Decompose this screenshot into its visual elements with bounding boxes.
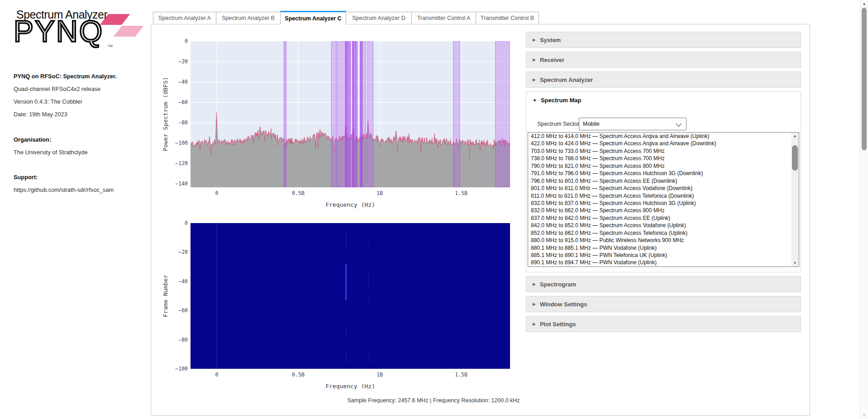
accordion-label: Receiver	[540, 57, 564, 63]
spectrum-map-entry[interactable]: 842.0 MHz to 852.0 MHz — Spectrum Access…	[528, 222, 799, 229]
spectrum-ytick--80: −80	[167, 119, 188, 126]
chevron-right-icon: ▶	[533, 77, 536, 82]
scroll-down-icon[interactable]: ▼	[791, 260, 799, 267]
sidebar-release: Quad-channel RFSoC4x2 release	[14, 86, 145, 92]
spectrogram-ytick--100: −100	[167, 366, 188, 372]
sidebar-title: PYNQ on RFSoC: Spectrum Analyzer.	[14, 73, 145, 80]
accordion-system-header[interactable]: ▶System	[526, 32, 801, 48]
scroll-up-icon[interactable]: ▲	[791, 133, 799, 139]
spectrum-map-entry[interactable]: 791.0 MHz to 796.0 MHz — Spectrum Access…	[528, 170, 799, 177]
spectrum-map-entry[interactable]: 880.0 MHz to 915.0 MHz — Public Wireless…	[528, 237, 799, 244]
spectrum-map-entry[interactable]: 738.0 MHz to 788.0 MHz — Spectrum Access…	[528, 155, 799, 162]
logo-text-pynq: PYNQ	[14, 16, 104, 46]
spectrum-map-entry[interactable]: 811.0 MHz to 821.0 MHz — Spectrum Access…	[528, 192, 799, 200]
spectrogram-xtick-0: 0	[203, 371, 230, 378]
spectrum-map-entry[interactable]: 412.0 MHz to 414.0 MHz — Spectrum Access…	[528, 133, 799, 140]
spectrum-map-listbox[interactable]: 412.0 MHz to 414.0 MHz — Spectrum Access…	[528, 132, 799, 267]
accordion-label: Spectrum Analyzer	[540, 76, 593, 83]
logo-chevron-light-icon	[114, 26, 144, 37]
spectrum-map-entry[interactable]: 796.0 MHz to 801.0 MHz — Spectrum Access…	[528, 177, 799, 185]
spectrum-map-rows: 412.0 MHz to 414.0 MHz — Spectrum Access…	[528, 133, 799, 267]
accordion-label: Spectrum Map	[541, 97, 582, 104]
spectrogram-plot[interactable]	[191, 223, 510, 369]
tab-spectrum-analyzer-d[interactable]: Spectrum Analyzer D	[346, 12, 412, 24]
spectrum-ytick--140: −140	[167, 181, 188, 187]
chevron-right-icon: ▶	[533, 57, 536, 62]
spectrum-map-entry[interactable]: 852.0 MHz to 862.0 MHz — Spectrum Access…	[528, 229, 799, 237]
spectrogram-xtick-1B: 1B	[366, 371, 393, 378]
accordion-plot-settings-header[interactable]: ▶Plot Settings	[526, 316, 801, 332]
spectrum-xtick-0.5B: 0.5B	[285, 190, 312, 196]
spectrum-xtick-1B: 1B	[366, 190, 393, 196]
accordion-receiver-header[interactable]: ▶Receiver	[526, 52, 801, 68]
list-scrollbar-thumb[interactable]	[792, 145, 798, 171]
tab-transmitter-control-b[interactable]: Transmitter Control B	[476, 12, 539, 24]
sidebar-org-value: The University of Strathclyde	[14, 149, 145, 156]
logo-trademark: TM	[108, 44, 113, 48]
spectrum-xtick-1.5B: 1.5B	[448, 190, 475, 196]
accordion-label: Window Settings	[540, 301, 587, 308]
tab-spectrum-analyzer-c[interactable]: Spectrum Analyzer C	[280, 11, 346, 24]
scroll-down-icon[interactable]: ▼	[860, 412, 868, 419]
power-spectrum-plot[interactable]	[191, 41, 510, 187]
chevron-right-icon: ▶	[533, 302, 536, 306]
sidebar-org-label: Organisation:	[14, 136, 145, 143]
accordion-spectrogram-header[interactable]: ▶Spectrogram	[526, 276, 801, 292]
spectrum-ytick--100: −100	[167, 140, 188, 146]
tab-spectrum-analyzer-b[interactable]: Spectrum Analyzer B	[216, 12, 281, 24]
accordion-spectrum-map-header[interactable]: ▼ Spectrum Map	[533, 97, 582, 104]
spectrogram-ytick--80: −80	[167, 337, 188, 343]
spectrogram-ytick-0: 0	[167, 220, 188, 226]
spectrum-map-entry[interactable]: 837.0 MHz to 842.0 MHz — Spectrum Access…	[528, 214, 799, 222]
spectrogram-ytick--60: −60	[167, 307, 188, 314]
page-scrollbar[interactable]: ▲ ▼	[860, 0, 868, 419]
sidebar-date: Date: 19th May 2023	[14, 111, 145, 118]
spectrum-sector-select[interactable]: Mobile	[579, 118, 687, 130]
spectrum-ytick-0: 0	[167, 38, 188, 44]
chevron-right-icon: ▶	[533, 282, 536, 286]
spectrum-map-entry[interactable]: 422.0 MHz to 424.0 MHz — Spectrum Access…	[528, 140, 799, 147]
chevron-right-icon: ▶	[533, 322, 536, 326]
scroll-up-icon[interactable]: ▲	[860, 0, 868, 7]
pynq-logo: Spectrum Analyzer PYNQ TM	[14, 5, 145, 54]
selected-sector: Mobile	[583, 121, 600, 127]
status-caption: Sample Frequency: 2457.6 MHz | Frequency…	[347, 397, 520, 404]
spectrum-x-axis-title: Frequency (Hz)	[325, 201, 375, 208]
tab-transmitter-control-a[interactable]: Transmitter Control A	[411, 12, 476, 24]
tab-spectrum-analyzer-a[interactable]: Spectrum Analyzer A	[153, 12, 216, 24]
spectrum-map-entry[interactable]: 890.1 MHz to 894.7 MHz — PWN Vodafone (U…	[528, 259, 799, 266]
spectrum-ytick--40: −40	[167, 79, 188, 85]
sidebar-support-url: https://github.com/strath-sdr/rfsoc_sam	[14, 186, 145, 193]
page-scrollbar-thumb[interactable]	[862, 8, 867, 150]
spectrum-map-entry[interactable]: 832.0 MHz to 862.0 MHz — Spectrum Access…	[528, 207, 799, 214]
accordion-window-settings-header[interactable]: ▶Window Settings	[526, 296, 801, 312]
spectrogram-xtick-0.5B: 0.5B	[285, 371, 312, 378]
spectrum-map-entry[interactable]: 703.0 MHz to 733.0 MHz — Spectrum Access…	[528, 148, 799, 155]
accordion-label: Plot Settings	[540, 321, 576, 328]
spectrogram-ytick--40: −40	[167, 278, 188, 285]
spectrum-map-entry[interactable]: 880.1 MHz to 885.1 MHz — PWN Vodafone (U…	[528, 244, 799, 252]
spectrogram-x-axis-title: Frequency (Hz)	[325, 383, 375, 390]
spectrogram-xtick-1.5B: 1.5B	[448, 371, 475, 378]
spectrum-sector-label: Spectrum Sector:	[537, 121, 581, 127]
sidebar-support-label: Support:	[14, 174, 145, 181]
list-scrollbar[interactable]: ▲ ▼	[791, 133, 799, 267]
page: Spectrum Analyzer PYNQ TM PYNQ on RFSoC:…	[0, 0, 868, 419]
spectrum-map-entry[interactable]: 801.0 MHz to 811.0 MHz — Spectrum Access…	[528, 185, 799, 192]
accordion-spectrum-analyzer-header[interactable]: ▶Spectrum Analyzer	[526, 71, 801, 88]
chevron-right-icon: ▶	[533, 38, 536, 42]
spectrum-ytick--20: −20	[167, 58, 188, 65]
chevron-down-icon	[676, 121, 682, 127]
spectrum-ytick--60: −60	[167, 99, 188, 105]
sidebar-version: Version 0.4.3: The Cobbler	[14, 98, 145, 105]
spectrum-map-entry[interactable]: 790.0 MHz to 821.0 MHz — Spectrum Access…	[528, 162, 799, 170]
spectrum-xtick-0: 0	[203, 190, 230, 196]
spectrum-map-entry[interactable]: 885.1 MHz to 890.1 MHz — PWN Telefonica …	[528, 252, 799, 259]
accordion-label: Spectrogram	[540, 281, 576, 288]
spectrum-map-entry[interactable]: 832.0 MHz to 837.0 MHz — Spectrum Access…	[528, 200, 799, 207]
spectrum-map-section: ▼ Spectrum Map Spectrum Sector: Mobile 4…	[526, 91, 801, 272]
spectrogram-ytick--20: −20	[167, 249, 188, 255]
chevron-down-icon: ▼	[533, 98, 537, 103]
accordion-label: System	[540, 37, 561, 43]
spectrum-ytick--120: −120	[167, 160, 188, 167]
